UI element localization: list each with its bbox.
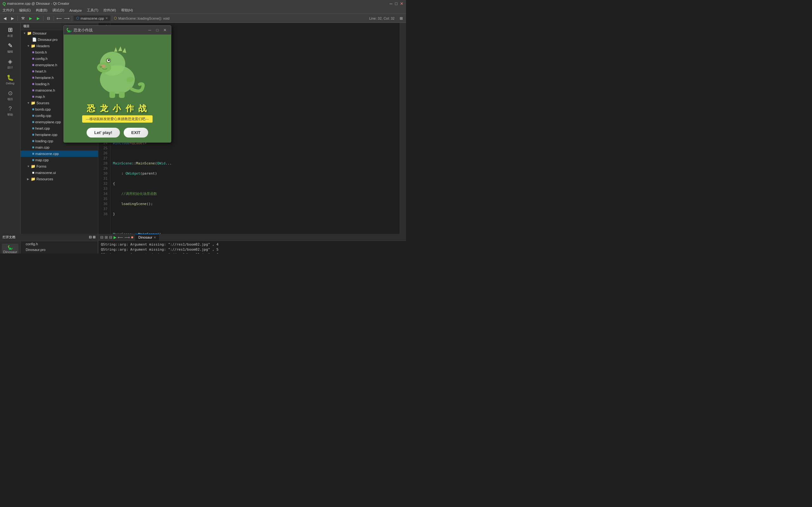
output-line-1: QString::arg: Argument missing: "://res1… (101, 242, 403, 247)
project-mini-text: Dinosaur (3, 250, 17, 253)
build-button[interactable]: ⚒ (19, 15, 26, 22)
output-icon-1[interactable]: ⊟ (100, 235, 103, 239)
breadcrumb-text: MainScene::loadingScene(): void (118, 16, 169, 20)
sidebar-icon-debug[interactable]: 🐛 Debug (2, 72, 19, 88)
file-tab-close[interactable]: ✕ (105, 16, 108, 20)
menu-item-w[interactable]: 控件(W) (101, 7, 119, 14)
forms-arrow: ▼ (27, 165, 31, 168)
pro-name: Dinosaur.pro (38, 38, 57, 42)
h-icon: ■ (32, 69, 34, 73)
dialog-titlebar: 🦕 恐龙小作战 ─ □ ✕ (64, 26, 171, 35)
code-line-17: //调用初始化场景函数 (113, 191, 397, 196)
doc-dinosaur-pro[interactable]: Dinosaur.pro (20, 247, 98, 252)
menu-item-f[interactable]: 文件(F) (0, 7, 16, 14)
h-name: loading.h (35, 82, 49, 86)
close-button[interactable]: ✕ (400, 1, 403, 6)
sidebar-icon-welcome[interactable]: ⊞ 欢迎 (2, 24, 19, 40)
cpp-icon: ■ (32, 126, 34, 130)
dialog-title: 恐龙小作战 (73, 27, 144, 33)
toolbar: ◀ ▶ ⚒ ▶ ▶ ⊟ ⟵ ⟶ ⬡ mainscene.cpp ✕ ⬡ Main… (0, 14, 406, 23)
next-location-button[interactable]: ⟶ (63, 15, 70, 22)
output-line-3: QString::arg: Argument missing: "://res1… (101, 252, 403, 253)
dialog-app-icon: 🦕 (66, 27, 72, 33)
resources-name: Resources (37, 177, 53, 181)
output-nav-1[interactable]: ⟵ (118, 235, 123, 239)
sidebar-icon-design[interactable]: ◈ 设计 (2, 56, 19, 72)
tree-cpp-mainscene[interactable]: ■mainscene.cpp (20, 151, 98, 157)
tree-resources-folder[interactable]: ▶ 📁 Resources (20, 176, 98, 182)
cpp-name: loading.cpp (35, 139, 53, 143)
code-line-18: loadingScene(); (113, 202, 397, 207)
game-buttons: Let' play! EXIT (87, 128, 148, 137)
tree-cpp-main[interactable]: ■main.cpp (20, 144, 98, 151)
tree-cpp-map[interactable]: ■map.cpp (20, 157, 98, 163)
dialog-close-button[interactable]: ✕ (161, 26, 168, 34)
output-icon-2[interactable]: ⊞ (105, 235, 108, 239)
game-subtitle: —移动鼠标发射爱心来拯救恐龙蛋们吧— (82, 115, 153, 123)
output-stop-icon[interactable]: ■ (131, 235, 133, 239)
forms-name: Forms (37, 164, 46, 168)
h-name: heart.h (35, 69, 46, 73)
title-bar-controls: ─ □ ✕ (390, 1, 403, 6)
cpp-icon: ■ (32, 158, 34, 162)
dialog-maximize-button[interactable]: □ (154, 26, 161, 34)
code-line-15: : QWidget(parent) (113, 171, 397, 176)
menu-item-e[interactable]: 编辑(E) (16, 7, 33, 14)
menu-item-analyze[interactable]: Analyze (67, 7, 84, 14)
output-panel: ⊟ ⊞ ⊟ ▶ ⟵ ⟶ ■ Dinosaur ✕ QString::arg: A… (98, 234, 406, 253)
bottom-left-area: 打开文档 ⊟ ⊞ 🦕 Dinosaur 🖥 Debug ▶ ▶ ⚒ (0, 234, 98, 253)
output-tab-dinosaur[interactable]: Dinosaur ✕ (135, 234, 159, 240)
cpp-icon: ■ (32, 139, 34, 143)
split-button[interactable]: ⊞ (398, 15, 405, 22)
sidebar-icon-edit[interactable]: ✎ 编辑 (2, 40, 19, 56)
doc-enemyplane-cpp[interactable]: enemyplane.cpp (20, 252, 98, 253)
back-button[interactable]: ◀ (1, 15, 8, 22)
play-button[interactable]: Let' play! (87, 128, 120, 137)
welcome-icon: ⊞ (8, 26, 13, 33)
sidebar-icon-project[interactable]: ⊙ 项目 (2, 88, 19, 103)
design-label: 设计 (7, 66, 13, 70)
menu-item-d[interactable]: 调试(D) (50, 7, 67, 14)
debug-run-button[interactable]: ▶ (35, 15, 42, 22)
sources-folder-icon: 📁 (31, 101, 36, 105)
h-icon: ■ (32, 56, 34, 61)
main-container: ⊞ 欢迎 ✎ 编辑 ◈ 设计 🐛 Debug ⊙ 项目 ? 帮助 项目 (0, 23, 406, 234)
design-icon: ◈ (8, 58, 12, 65)
dialog-minimize-button[interactable]: ─ (146, 26, 153, 34)
tree-ui-mainscene[interactable]: ■mainscene.ui (20, 170, 98, 176)
open-docs-toggle[interactable]: ⊟ ⊞ (89, 235, 96, 239)
dinosaur-icon: 🦕 (3, 245, 17, 250)
cpp-icon: ■ (32, 132, 34, 137)
forward-button[interactable]: ▶ (9, 15, 16, 22)
bottom-panels: 打开文档 ⊟ ⊞ 🦕 Dinosaur 🖥 Debug ▶ ▶ ⚒ (0, 234, 406, 253)
output-icon-3[interactable]: ⊟ (109, 235, 112, 239)
menu-item-b[interactable]: 构建(B) (33, 7, 50, 14)
cpp-icon: ■ (32, 152, 34, 156)
exit-button[interactable]: EXIT (124, 128, 148, 137)
open-docs-list: config.h Dinosaur.pro enemyplane.cpp ene… (20, 241, 98, 253)
tab-close-dinosaur[interactable]: ✕ (154, 236, 156, 239)
cpp-name: map.cpp (35, 158, 49, 162)
output-play-icon[interactable]: ▶ (113, 235, 116, 239)
tree-forms-folder[interactable]: ▼ 📁 Forms (20, 163, 98, 170)
game-dialog[interactable]: 🦕 恐龙小作战 ─ □ ✕ (63, 25, 171, 143)
doc-config-h[interactable]: config.h (20, 241, 98, 247)
menu-item-t[interactable]: 工具(T) (84, 7, 101, 14)
minimize-button[interactable]: ─ (390, 1, 392, 6)
edit-icon: ✎ (8, 42, 13, 49)
menu-item-h[interactable]: 帮助(H) (119, 7, 136, 14)
h-icon: ■ (32, 63, 34, 67)
cpp-icon: ■ (32, 145, 34, 150)
maximize-button[interactable]: □ (395, 1, 397, 6)
h-icon: ■ (32, 82, 34, 86)
filter-button[interactable]: ⊟ (45, 15, 52, 22)
ui-icon: ■ (32, 170, 34, 175)
run-button[interactable]: ▶ (27, 15, 34, 22)
prev-location-button[interactable]: ⟵ (55, 15, 62, 22)
sidebar-icon-help[interactable]: ? 帮助 (2, 103, 19, 119)
file-tab[interactable]: ⬡ mainscene.cpp ✕ (73, 15, 110, 21)
output-nav-2[interactable]: ⟶ (124, 235, 130, 239)
project-mini-label[interactable]: 🦕 Dinosaur (2, 244, 18, 253)
dialog-window-controls: ─ □ ✕ (146, 26, 168, 34)
toolbar-sep-5 (112, 16, 112, 21)
